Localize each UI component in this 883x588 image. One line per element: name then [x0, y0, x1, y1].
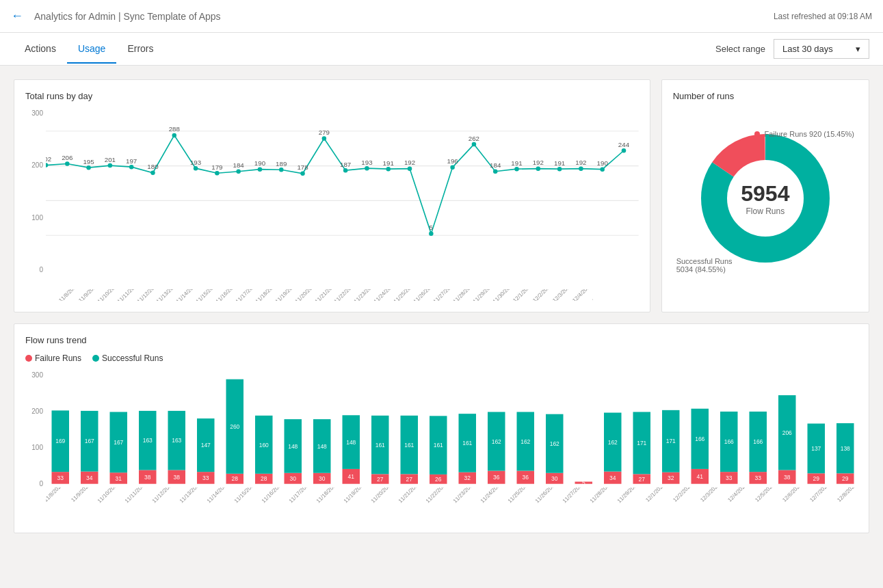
- svg-point-12: [129, 165, 133, 170]
- donut-total-label: Flow Runs: [741, 206, 789, 216]
- svg-text:167: 167: [85, 438, 94, 444]
- svg-point-28: [300, 172, 304, 176]
- svg-text:33: 33: [57, 475, 64, 481]
- svg-point-8: [86, 165, 90, 170]
- svg-text:27: 27: [377, 476, 384, 483]
- svg-text:260: 260: [230, 423, 239, 430]
- svg-point-48: [514, 167, 518, 172]
- svg-text:162: 162: [550, 440, 559, 447]
- svg-text:288: 288: [169, 125, 180, 133]
- svg-point-26: [279, 168, 283, 172]
- back-button[interactable]: ←: [11, 9, 23, 23]
- svg-text:26: 26: [435, 476, 442, 483]
- svg-text:192: 192: [575, 159, 586, 166]
- svg-point-38: [408, 166, 412, 171]
- svg-text:169: 169: [55, 438, 65, 444]
- bar-y-0: 0: [25, 480, 43, 487]
- svg-text:28: 28: [232, 475, 239, 482]
- svg-text:27: 27: [406, 476, 413, 483]
- svg-point-44: [472, 142, 476, 147]
- legend-success: Successful Runs: [92, 353, 163, 363]
- svg-text:38: 38: [174, 474, 181, 481]
- svg-text:28: 28: [261, 475, 267, 482]
- tab-usage[interactable]: Usage: [67, 35, 116, 64]
- svg-text:166: 166: [753, 438, 763, 445]
- legend-failure-label: Failure Runs: [35, 353, 81, 363]
- svg-text:138: 138: [841, 445, 850, 452]
- svg-text:161: 161: [404, 442, 414, 449]
- svg-text:262: 262: [469, 135, 479, 142]
- legend-success-label: Successful Runs: [102, 353, 163, 363]
- donut-failure-label: Failure Runs 920 (15.45%): [754, 130, 854, 138]
- svg-point-58: [622, 148, 626, 153]
- refresh-time: Last refreshed at 09:18 AM: [774, 12, 872, 21]
- bar-y-300: 300: [25, 371, 43, 379]
- svg-text:189: 189: [276, 160, 287, 168]
- svg-text:162: 162: [492, 438, 501, 445]
- bar-y-100: 100: [25, 444, 43, 451]
- svg-text:32: 32: [668, 475, 674, 481]
- tab-errors[interactable]: Errors: [116, 35, 164, 64]
- svg-text:38: 38: [784, 474, 791, 481]
- svg-point-16: [172, 133, 176, 138]
- svg-text:34: 34: [609, 475, 616, 481]
- legend-failure-dot: [25, 355, 32, 362]
- svg-text:184: 184: [490, 161, 501, 169]
- svg-point-54: [579, 166, 583, 171]
- svg-text:161: 161: [434, 442, 443, 449]
- svg-point-42: [450, 165, 454, 170]
- page-title: Analytics for Admin | Sync Template of A…: [34, 11, 221, 22]
- svg-text:162: 162: [608, 439, 618, 446]
- donut-chart-title: Number of runs: [673, 91, 858, 101]
- svg-text:148: 148: [288, 443, 298, 450]
- svg-text:34: 34: [86, 475, 93, 481]
- svg-point-52: [557, 167, 562, 172]
- line-chart-card: Total runs by day 300 200 100 0 20220619…: [14, 79, 650, 312]
- svg-text:30: 30: [290, 475, 297, 482]
- donut-success-label: Successful Runs5034 (84.55%): [676, 257, 733, 273]
- svg-text:190: 190: [597, 159, 609, 167]
- svg-text:29: 29: [842, 475, 849, 482]
- y-label-300: 300: [25, 109, 43, 117]
- svg-point-30: [322, 136, 326, 141]
- svg-text:202: 202: [46, 155, 51, 163]
- svg-text:160: 160: [259, 442, 269, 449]
- svg-text:166: 166: [724, 438, 734, 445]
- svg-text:27: 27: [639, 476, 646, 483]
- svg-text:193: 193: [361, 159, 372, 166]
- donut-chart-card: Number of runs 5954 Flow Runs Failure Ru…: [661, 79, 869, 312]
- bar-chart-title: Flow runs trend: [25, 335, 858, 345]
- y-label-200: 200: [25, 161, 43, 169]
- svg-text:161: 161: [462, 440, 472, 446]
- tabs-bar: Actions Usage Errors Select range Last 3…: [0, 33, 883, 66]
- svg-text:33: 33: [755, 475, 762, 481]
- svg-text:33: 33: [726, 475, 733, 481]
- svg-text:161: 161: [375, 442, 385, 449]
- svg-text:163: 163: [172, 437, 181, 444]
- svg-point-50: [536, 166, 540, 171]
- svg-text:30: 30: [551, 475, 558, 482]
- range-dropdown[interactable]: Last 30 days ▾: [774, 39, 869, 59]
- bar-chart-svg: 3316934167311673816338163331472826028160…: [46, 371, 858, 487]
- svg-point-56: [600, 167, 604, 172]
- svg-text:206: 206: [62, 154, 73, 161]
- svg-text:36: 36: [523, 474, 529, 481]
- tab-actions[interactable]: Actions: [14, 35, 67, 64]
- range-value: Last 30 days: [782, 44, 833, 54]
- y-label-0: 0: [25, 266, 43, 273]
- line-chart-title: Total runs by day: [25, 91, 639, 101]
- svg-text:30: 30: [319, 475, 326, 482]
- svg-text:32: 32: [464, 475, 471, 481]
- svg-point-36: [386, 167, 390, 172]
- svg-text:38: 38: [144, 474, 151, 481]
- svg-text:33: 33: [202, 475, 209, 481]
- y-label-100: 100: [25, 214, 43, 222]
- svg-text:193: 193: [190, 159, 201, 166]
- svg-point-34: [365, 166, 369, 171]
- svg-text:166: 166: [695, 436, 704, 442]
- svg-text:29: 29: [813, 475, 820, 482]
- line-chart-svg: 2022061952011971802881931791841901891782…: [46, 109, 639, 287]
- svg-text:5: 5: [582, 479, 585, 486]
- svg-text:137: 137: [811, 445, 821, 452]
- svg-text:148: 148: [346, 439, 356, 446]
